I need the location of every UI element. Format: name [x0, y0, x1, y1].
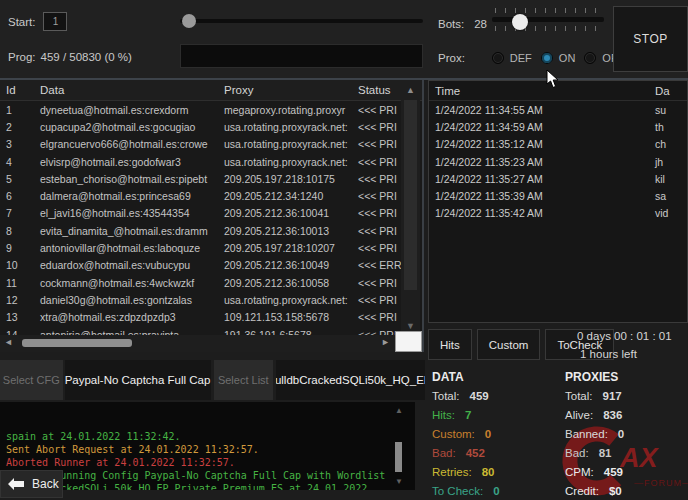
table-row[interactable]: 1/24/2022 11:34:59 AMth	[429, 118, 687, 135]
cell-proxy: 209.205.197.218:10207	[218, 242, 352, 254]
cell-id: 1	[0, 104, 34, 116]
cell-proxy: 209.205.212.36:10058	[218, 277, 352, 289]
table-row[interactable]: 1/24/2022 11:35:39 AMsa	[429, 187, 687, 204]
cell-proxy: usa.rotating.proxyrack.net:	[218, 121, 352, 133]
cell-data: vid	[649, 207, 687, 219]
back-button[interactable]: Back	[0, 470, 63, 498]
selected-wordlist-value[interactable]: FulldbCrackedSQLi50k_HQ_EP,	[276, 360, 425, 400]
table-row[interactable]: 1dyneetua@hotmail.es:crexdormmegaproxy.r…	[0, 101, 422, 118]
start-input[interactable]	[43, 12, 67, 31]
table-row[interactable]: 5esteban_choriso@hotmail.es:pipebt209.20…	[0, 170, 422, 187]
stat-row: To Check:0	[432, 482, 500, 500]
selected-config-value[interactable]: Paypal-No Captcha Full Cap	[65, 360, 211, 400]
stat-label: Total:	[565, 390, 593, 402]
back-arrow-icon	[8, 478, 25, 490]
table-row[interactable]: 1/24/2022 11:35:12 AMch	[429, 136, 687, 153]
table-row[interactable]: 1/24/2022 11:35:27 AMkil	[429, 170, 687, 187]
cell-id: 2	[0, 121, 34, 133]
radio-dot-selected-icon	[541, 52, 553, 64]
cell-proxy: usa.rotating.proxyrack.net:	[218, 156, 352, 168]
stat-row: Bad:452	[432, 444, 500, 463]
scrollbar-thumb[interactable]	[22, 339, 132, 347]
results-vertical-scrollbar[interactable]: ▲ ▼	[401, 82, 420, 334]
bots-slider[interactable]	[492, 8, 604, 44]
stat-row: Total:459	[432, 387, 500, 406]
log-scrollbar[interactable]: ▲ ▼	[392, 406, 406, 486]
tab-hits[interactable]: Hits	[428, 329, 472, 360]
table-row[interactable]: 7el_javi16@hotmail.es:43544354209.205.21…	[0, 205, 422, 222]
cell-id: 8	[0, 225, 34, 237]
data-stats: DATA Total:459Hits:7Custom:0Bad:452Retri…	[432, 370, 500, 500]
table-row[interactable]: 1/24/2022 11:35:42 AMvid	[429, 205, 687, 222]
cell-data: xtra@hotmail.es:zdpzdpzdp3	[34, 311, 218, 323]
cell-data: el_javi16@hotmail.es:43544354	[34, 207, 218, 219]
cell-proxy: 209.205.197.218:10175	[218, 173, 352, 185]
prox-label: Prox:	[438, 52, 465, 64]
cell-id: 6	[0, 190, 34, 202]
cell-data: kil	[649, 173, 687, 185]
cell-data: dalmera@hotmail.es:princesa69	[34, 190, 218, 202]
table-row[interactable]: 3elgrancuervo666@hotmail.es:croweusa.rot…	[0, 136, 422, 153]
stat-label: Credit:	[565, 485, 599, 497]
table-row[interactable]: 11cockmann@hotmail.es:4wckwzkf209.205.21…	[0, 274, 422, 291]
scroll-down-icon[interactable]: ▼	[392, 477, 406, 486]
cell-id: 7	[0, 207, 34, 219]
progress-bar	[180, 44, 423, 68]
cell-data: evita_dinamita_@hotmail.es:dramm	[34, 225, 218, 237]
table-row[interactable]: 4elvisrp@hotmail.es:godofwar3usa.rotatin…	[0, 153, 422, 170]
scroll-left-icon[interactable]: ◄	[4, 337, 13, 347]
start-slider-thumb[interactable]	[182, 14, 196, 28]
bots-label: Bots:	[438, 18, 464, 30]
table-row[interactable]: 12daniel30g@hotmail.es:gontzalasusa.rota…	[0, 291, 422, 308]
watermark-ax-text: AX	[619, 443, 659, 473]
top-bar: Start: Prog: 459 / 50830 (0 %) Bots: 28 …	[0, 0, 688, 78]
cell-proxy: usa.rotating.proxyrack.net:	[218, 138, 352, 150]
table-row[interactable]: 6dalmera@hotmail.es:princesa69209.205.21…	[0, 187, 422, 204]
proxies-stats-list: Total:917Alive:836Banned:0Bad:81CPM:459C…	[565, 387, 624, 500]
table-row[interactable]: 1/24/2022 11:35:23 AMjh	[429, 153, 687, 170]
cell-time: 1/24/2022 11:35:42 AM	[429, 207, 649, 219]
table-row[interactable]: 1/24/2022 11:34:55 AMsu	[429, 101, 687, 118]
cell-data: cupacupa2@hotmail.es:gocugiao	[34, 121, 218, 133]
select-list-button[interactable]: Select List	[214, 360, 274, 400]
table-row[interactable]: 10eduardox@hotmail.es:vubucypu209.205.21…	[0, 257, 422, 274]
cell-id: 10	[0, 259, 34, 271]
bots-slider-track	[492, 17, 604, 22]
cell-time: 1/24/2022 11:35:23 AM	[429, 156, 649, 168]
cell-data: ch	[649, 138, 687, 150]
cell-data: su	[649, 104, 687, 116]
tab-custom[interactable]: Custom	[477, 329, 541, 360]
table-row[interactable]: 13xtra@hotmail.es:zdpzdpzdp3109.121.153.…	[0, 309, 422, 326]
hits-table: Time Da 1/24/2022 11:34:55 AMsu1/24/2022…	[428, 80, 688, 323]
prox-radio-def[interactable]: DEF	[492, 52, 532, 64]
table-row[interactable]: 9antoniovillar@hotmail.es:laboquze209.20…	[0, 239, 422, 256]
back-label: Back	[32, 477, 59, 491]
table-row[interactable]: 14antoniria@hotmail.es:pravinta191.36.19…	[0, 326, 422, 335]
bots-slider-thumb[interactable]	[512, 14, 528, 30]
scroll-right-icon[interactable]: ►	[381, 337, 390, 347]
log-line: Sent Abort Request at 24.01.2022 11:32:5…	[6, 443, 409, 456]
bots-slider-ticks-bottom	[495, 26, 601, 31]
left-table-body: 1dyneetua@hotmail.es:crexdormmegaproxy.r…	[0, 101, 422, 335]
cell-proxy: usa.rotating.proxyrack.net:	[218, 294, 352, 306]
stop-button[interactable]: STOP	[613, 6, 688, 72]
start-slider[interactable]	[180, 13, 423, 29]
scroll-down-icon[interactable]: ▼	[401, 321, 420, 331]
prox-def-label: DEF	[510, 52, 532, 64]
scroll-up-icon[interactable]: ▲	[392, 406, 406, 415]
stat-row: Banned:0	[565, 425, 624, 444]
scrollbar-thumb[interactable]	[404, 100, 417, 290]
progress-value: 459 / 50830 (0 %)	[41, 51, 132, 63]
select-cfg-button[interactable]: Select CFG	[0, 360, 63, 400]
scroll-up-icon[interactable]: ▲	[401, 85, 420, 95]
results-table: Id Data Proxy Status 1dyneetua@hotmail.e…	[0, 80, 424, 352]
table-row[interactable]: 8evita_dinamita_@hotmail.es:dramm209.205…	[0, 222, 422, 239]
cell-proxy: 209.205.212.36:10013	[218, 225, 352, 237]
log-line: FulldbCrackedSQLi_50k_HQ_EP_Private_Prem…	[6, 482, 409, 490]
scrollbar-thumb[interactable]	[395, 442, 402, 472]
stat-row: Credit:$0	[565, 482, 624, 500]
results-horizontal-scrollbar[interactable]: ◄ ►	[0, 335, 396, 352]
prox-radio-on[interactable]: ON	[541, 52, 576, 64]
table-row[interactable]: 2cupacupa2@hotmail.es:gocugiaousa.rotati…	[0, 118, 422, 135]
results-table-header: Id Data Proxy Status	[0, 80, 422, 101]
